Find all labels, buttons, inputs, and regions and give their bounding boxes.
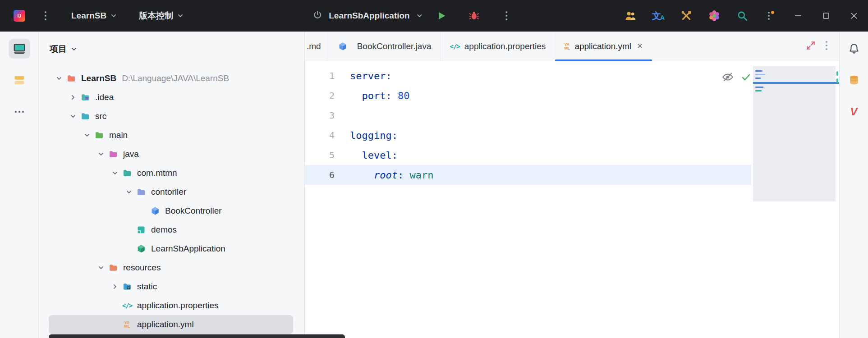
chevron-down-icon[interactable] (416, 12, 423, 19)
commit-icon[interactable] (9, 70, 30, 90)
folder-main-icon (93, 130, 105, 141)
code-line[interactable]: 5 level: (305, 145, 751, 165)
notifications-icon[interactable] (843, 39, 865, 59)
code-line[interactable]: 2 port: 80 (305, 86, 751, 105)
chevron-down-icon (110, 12, 117, 19)
code-line[interactable]: 1 server: (305, 66, 751, 86)
expand-editor-icon[interactable] (806, 41, 816, 52)
code-area[interactable]: 1 server: 2 port: 80 3 4 logging: (305, 61, 751, 185)
java-class-icon (337, 41, 349, 52)
chevron-slot (123, 224, 135, 236)
translate-icon[interactable]: 文 A (644, 6, 672, 26)
chevron-collapsed-icon[interactable] (67, 91, 79, 104)
tools-icon[interactable] (672, 6, 700, 26)
tab-md[interactable]: .md (305, 32, 327, 61)
chevron-expanded-icon[interactable] (95, 261, 107, 274)
editor-area: .md BookController.java </> application.… (305, 32, 839, 338)
code-line-current[interactable]: 6 root: warn (305, 165, 751, 185)
error-stripe-mark (836, 78, 838, 83)
vcs-widget-button[interactable]: 版本控制 (133, 6, 189, 25)
chevron-expanded-icon[interactable] (53, 72, 65, 85)
yaml-file-icon: YAML (121, 319, 133, 330)
tree-item-contorller[interactable]: contorller (49, 183, 293, 201)
tree-item-static[interactable]: static (49, 277, 293, 296)
project-tree: LearnSB D:\Language\JAVA\LearnSB .idea s… (39, 69, 304, 334)
maximize-button[interactable] (812, 0, 840, 32)
code-line[interactable]: 3 (305, 105, 751, 125)
chevron-slot (109, 318, 121, 331)
titlebar-left: IJ LearnSB 版本控制 (0, 6, 189, 26)
minimize-button[interactable] (784, 0, 812, 32)
project-view-icon[interactable] (9, 39, 30, 59)
editor-body: 1 server: 2 port: 80 3 4 logging: (305, 61, 839, 338)
tree-item-src[interactable]: src (49, 107, 293, 126)
run-button[interactable] (428, 6, 456, 26)
minimap-code-mark (755, 74, 765, 75)
tree-item-learnsb[interactable]: LearnSB D:\Language\JAVA\LearnSB (49, 69, 293, 88)
folder-project-icon (65, 73, 77, 84)
tab-bar-controls (806, 32, 839, 61)
chevron-expanded-icon[interactable] (81, 129, 93, 142)
tree-item-application-properties[interactable]: </> application.properties (49, 296, 293, 315)
tree-item-resources[interactable]: resources (49, 258, 293, 277)
code-line[interactable]: 4 logging: (305, 125, 751, 145)
run-widget: LearnSbApplication (312, 6, 520, 26)
chevron-collapsed-icon[interactable] (109, 280, 121, 293)
database-icon[interactable] (843, 70, 865, 90)
minimap-viewport-thumb[interactable] (753, 66, 836, 201)
tab-bookcontroller-java[interactable]: BookController.java (327, 32, 441, 61)
minimap-code-mark (755, 90, 762, 91)
right-tool-stripe: V (839, 32, 868, 338)
code-with-me-users-icon[interactable] (616, 6, 644, 26)
tree-item-com-mtmn[interactable]: com.mtmn (49, 164, 293, 183)
tree-item-application-yml[interactable]: YAML application.yml (49, 315, 293, 334)
project-panel-header[interactable]: 项目 (39, 32, 304, 69)
chevron-expanded-icon[interactable] (67, 110, 79, 123)
tree-item-main[interactable]: main (49, 126, 293, 145)
settings-kebab-badged-icon[interactable] (756, 6, 784, 26)
tab-application-yml[interactable]: YAML application.yml ✕ (555, 32, 652, 61)
close-tab-icon[interactable]: ✕ (637, 41, 643, 51)
tree-item-bookcontroller[interactable]: BookController (49, 201, 293, 220)
tab-application-properties[interactable]: </> application.properties (440, 32, 555, 61)
folder-package-icon (121, 168, 133, 178)
properties-file-icon: </> (121, 300, 133, 311)
run-configuration-name[interactable]: LearnSbApplication (329, 11, 409, 21)
tree-item-demos[interactable]: demos (49, 220, 293, 239)
tree-item-idea[interactable]: .idea (49, 88, 293, 107)
search-everywhere-icon[interactable] (728, 6, 756, 26)
plugin-flower-icon[interactable] (700, 6, 728, 26)
close-button[interactable] (840, 0, 868, 32)
main-area: 项目 LearnSB D:\Language\JAVA\LearnSB .ide… (0, 32, 868, 338)
chevron-down-icon (70, 46, 78, 53)
tab-options-kebab-icon[interactable] (825, 40, 828, 53)
debug-button[interactable] (460, 6, 488, 26)
no-problems-check-icon[interactable] (741, 73, 751, 83)
chevron-slot (123, 242, 135, 255)
yaml-file-icon: YAML (564, 43, 570, 50)
tree-item-java[interactable]: java (49, 145, 293, 164)
chevron-slot (109, 299, 121, 312)
chevron-slot (137, 205, 149, 217)
folder-resources-icon (107, 262, 119, 273)
folder-static-icon (121, 281, 133, 292)
ide-window: IJ LearnSB 版本控制 LearnSbApplication (0, 0, 868, 338)
chevron-expanded-icon[interactable] (95, 148, 107, 160)
vue-plugin-icon[interactable]: V (843, 102, 865, 122)
error-stripe-mark (836, 71, 838, 76)
minimap-code-mark (755, 78, 761, 79)
editor-tab-bar: .md BookController.java </> application.… (305, 32, 839, 61)
more-tool-windows-icon[interactable] (9, 102, 30, 122)
intellij-logo-icon: IJ (14, 10, 25, 22)
project-widget-button[interactable]: LearnSB (66, 7, 123, 24)
chevron-expanded-icon[interactable] (109, 167, 121, 179)
main-menu-kebab-icon[interactable] (32, 6, 60, 26)
highlighting-off-eye-icon[interactable] (722, 72, 734, 84)
java-class-icon (149, 206, 161, 216)
tree-item-learnsbapplication[interactable]: LearnSbApplication (49, 239, 293, 258)
project-panel-title: 项目 (50, 43, 67, 55)
more-run-actions-kebab-icon[interactable] (493, 6, 521, 26)
horizontal-scrollbar-thumb[interactable] (49, 334, 345, 338)
project-path: D:\Language\JAVA\LearnSB (122, 73, 229, 83)
chevron-expanded-icon[interactable] (123, 186, 135, 198)
